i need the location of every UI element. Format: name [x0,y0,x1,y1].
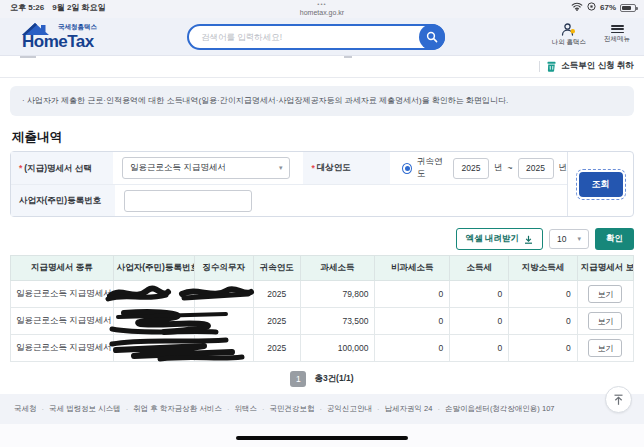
cell-income-tax: 0 [450,308,509,335]
col-view-statement: 지급명세서 보기 [577,256,633,281]
logo-title: HomeTax [22,32,94,52]
arrow-up-icon [613,394,624,406]
search-button[interactable] [419,24,445,50]
hometax-logo[interactable]: 국세청홈택스 HomeTax [14,19,134,55]
search-icon [426,31,438,43]
col-taxable-income: 과세소득 [300,256,375,281]
section-title: 제출내역 [12,129,632,146]
view-statement-button[interactable]: 보기 [588,339,622,357]
year-to-input[interactable] [518,158,554,179]
submission-search-form: * (지급)명세서 선택 일용근로소득 지급명세서 ▾ * 대상연도 귀속연도 … [10,151,634,217]
my-hometax-menu[interactable]: 나의 홈택스 [552,23,586,47]
cell-local-income-tax: 0 [509,281,578,308]
footer-link[interactable]: 납세자권익 24 [384,404,432,414]
required-mark: * [19,164,22,174]
cell-nontaxable-income: 0 [375,335,450,362]
search-input[interactable] [201,32,415,42]
battery-icon [620,4,636,12]
cell-accrual-year: 2025 [253,308,300,335]
home-indicator[interactable] [236,436,408,441]
logo-subtitle: 국세청홈택스 [58,23,97,32]
cell-accrual-year: 2025 [253,335,300,362]
tab-options-icon[interactable]: ••• [300,1,344,7]
page-action-strip: 소득부인 신청 취하 [0,56,644,78]
footer-link[interactable]: 공익신고안내 [327,404,372,414]
range-separator: ~ [508,163,513,173]
result-count: 총3건(1/1) [314,373,353,385]
income-denial-cancel-link[interactable]: 소득부인 신청 취하 [546,60,634,72]
cell-withholding-agent-redacted [194,308,253,335]
view-statement-button[interactable]: 보기 [588,285,622,303]
cell-taxable-income: 73,500 [300,308,375,335]
cell-taxable-income: 79,800 [300,281,375,308]
cell-nontaxable-income: 0 [375,308,450,335]
table-header-row: 지급명세서 종류 사업자(주민)등록번호 징수의무자 귀속연도 과세소득 비과세… [11,256,634,281]
cell-business-number-redacted [113,281,194,308]
col-withholding-agent: 징수의무자 [194,256,253,281]
footer-link[interactable]: 위택스 [234,404,257,414]
dot-separator: · [319,405,322,414]
cell-taxable-income: 100,000 [300,335,375,362]
view-statement-button[interactable]: 보기 [588,312,622,330]
footer-link[interactable]: 손말이음센터(청각장애인용) 107 [445,404,555,414]
address-url[interactable]: hometax.go.kr [300,9,344,16]
footer-link[interactable]: 국세청 [14,404,37,414]
col-business-number: 사업자(주민)등록번호 [113,256,194,281]
chevron-down-icon: ▾ [279,164,283,172]
pagination: 1 총3건(1/1) [0,371,644,387]
dot-separator: · [227,405,230,414]
statement-type-select[interactable]: 일용근로소득 지급명세서 ▾ [122,157,290,179]
cell-statement-type: 일용근로소득 지급명세서 [11,281,114,308]
col-accrual-year: 귀속연도 [253,256,300,281]
cell-local-income-tax: 0 [509,308,578,335]
year-from-input[interactable] [453,158,489,179]
clipped-content [344,56,352,58]
status-date: 9월 2일 화요일 [52,2,105,13]
cancel-link-label: 소득부인 신청 취하 [561,60,634,72]
trash-icon [546,61,557,72]
scroll-to-top-button[interactable] [605,386,632,413]
orientation-lock-icon [587,2,596,13]
chevron-down-icon: ▾ [577,235,581,243]
required-mark: * [311,163,314,173]
cell-local-income-tax: 0 [509,335,578,362]
business-number-input[interactable] [124,190,252,212]
page-1-button[interactable]: 1 [290,371,306,387]
footer-link[interactable]: 취업 후 학자금상환 서비스 [133,404,222,414]
table-row: 일용근로소득 지급명세서 2025 79,800 0 0 0 보기 [11,281,634,308]
confirm-button[interactable]: 확인 [595,228,634,250]
business-number-label: 사업자(주민)등록번호 [11,185,115,216]
cell-business-number-redacted [113,308,194,335]
footer-link[interactable]: 국민건강보험 [269,404,314,414]
excel-download-label: 엑셀 내려받기 [466,233,519,245]
list-controls: 엑셀 내려받기 10 ▾ 확인 [10,228,634,250]
statement-type-value: 일용근로소득 지급명세서 [130,162,226,174]
wifi-icon [571,2,583,13]
page-notice: · 사업자가 제출한 근로·인적용역에 대한 소득내역(일용·간이지급명세서·사… [10,86,634,116]
cell-statement-type: 일용근로소득 지급명세서 [11,335,114,362]
accrual-year-radio[interactable] [402,163,412,174]
table-row: 일용근로소득 지급명세서 2025 73,500 0 0 0 보기 [11,308,634,335]
cell-withholding-agent-redacted [194,281,253,308]
page-size-value: 10 [557,234,566,244]
results-table: 지급명세서 종류 사업자(주민)등록번호 징수의무자 귀속연도 과세소득 비과세… [10,255,634,362]
cell-statement-type: 일용근로소득 지급명세서 [11,308,114,335]
dot-separator: · [437,405,440,414]
dot-separator: · [42,405,45,414]
battery-percent: 67% [600,3,616,12]
results-table-wrap: 지급명세서 종류 사업자(주민)등록번호 징수의무자 귀속연도 과세소득 비과세… [10,255,634,362]
full-menu-button[interactable]: 전체메뉴 [604,23,630,47]
my-hometax-label: 나의 홈택스 [552,38,586,47]
full-menu-label: 전체메뉴 [604,35,630,44]
site-header: 국세청홈택스 HomeTax 나의 홈택스 전체메뉴 [0,18,644,56]
cell-nontaxable-income: 0 [375,281,450,308]
page-size-select[interactable]: 10 ▾ [549,229,589,249]
status-bar: 오후 5:26 9월 2일 화요일 ••• hometax.go.kr 67% [0,0,644,18]
inquiry-button[interactable]: 조회 [579,172,623,197]
cell-income-tax: 0 [450,281,509,308]
excel-download-button[interactable]: 엑셀 내려받기 [456,228,543,250]
year-unit: 년 [494,162,503,174]
status-time: 오후 5:26 [10,2,44,13]
footer-link[interactable]: 국세 법령정보 시스템 [49,404,121,414]
divider [539,61,540,72]
